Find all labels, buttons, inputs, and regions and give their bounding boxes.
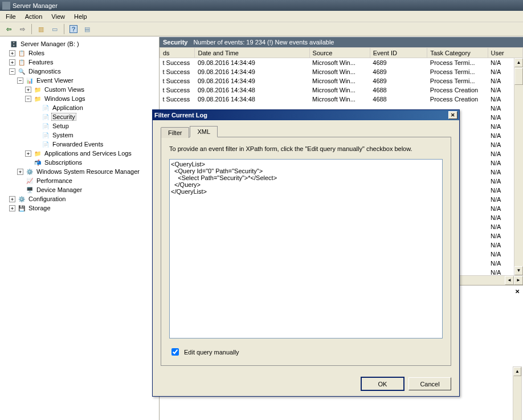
dialog-titlebar[interactable]: Filter Current Log ✕ <box>153 110 459 120</box>
scroll-thumb[interactable] <box>514 68 523 85</box>
devicemgr-icon: 🖥️ <box>25 185 34 194</box>
content-header: Security Number of events: 19 234 (!) Ne… <box>160 37 523 47</box>
menu-file[interactable]: File <box>1 12 21 21</box>
show-hide-button[interactable]: ▥ <box>35 23 47 35</box>
forward-button[interactable]: ⇨ <box>16 23 28 35</box>
tree-security[interactable]: 📄Security <box>1 112 159 121</box>
filter-dialog: Filter Current Log ✕ Filter XML To provi… <box>152 109 460 397</box>
diagnostics-icon: 🔍 <box>17 67 26 76</box>
expand-icon[interactable]: + <box>9 205 15 211</box>
tree-wsrm[interactable]: +⚙️Windows System Resource Manager <box>1 167 159 176</box>
properties-icon: ▭ <box>52 26 58 33</box>
expand-icon[interactable]: + <box>9 50 15 56</box>
log-icon: 📄 <box>41 121 50 131</box>
col-user[interactable]: User <box>488 48 523 58</box>
table-cell: t Success <box>160 58 195 67</box>
table-cell: t Success <box>160 85 195 95</box>
cancel-button[interactable]: Cancel <box>408 377 451 390</box>
table-cell: t Success <box>160 76 195 85</box>
tree-features[interactable]: +📋Features <box>1 58 159 67</box>
menu-action[interactable]: Action <box>21 12 47 21</box>
help-icon: ? <box>70 25 78 33</box>
table-row[interactable]: t Success09.08.2016 14:34:48Microsoft Wi… <box>160 85 523 95</box>
log-icon: 📄 <box>41 140 50 149</box>
collapse-icon[interactable]: − <box>9 68 15 75</box>
tree-eventviewer[interactable]: −📊Event Viewer <box>1 76 159 85</box>
scroll-up-icon[interactable]: ▲ <box>513 367 521 376</box>
folder-icon: 📁 <box>33 149 42 158</box>
tree-appservlogs[interactable]: +📁Applications and Services Logs <box>1 149 159 158</box>
xml-query-textarea[interactable] <box>169 159 443 339</box>
table-cell: 09.08.2016 14:34:48 <box>195 95 309 104</box>
scroll-down-icon[interactable]: ▼ <box>514 266 523 275</box>
expand-icon[interactable]: + <box>9 196 15 202</box>
back-button[interactable]: ⇦ <box>2 23 15 35</box>
tree-diagnostics[interactable]: −🔍Diagnostics <box>1 67 159 76</box>
table-row[interactable]: t Success09.08.2016 14:34:48Microsoft Wi… <box>160 95 523 104</box>
app-title: Server Manager <box>13 2 58 9</box>
table-cell: 09.08.2016 14:34:49 <box>195 76 309 85</box>
list-icon: ▤ <box>84 26 90 33</box>
separator <box>64 24 64 34</box>
tree-devicemgr[interactable]: 🖥️Device Manager <box>1 185 159 194</box>
col-taskcat[interactable]: Task Category <box>427 48 488 58</box>
table-cell: 09.08.2016 14:34:49 <box>195 58 309 67</box>
tree-application[interactable]: 📄Application <box>1 103 159 112</box>
scroll-right-icon[interactable]: ► <box>514 276 523 285</box>
dialog-close-button[interactable]: ✕ <box>448 111 457 119</box>
tree-customviews[interactable]: +📁Custom Views <box>1 85 159 94</box>
arrow-left-icon: ⇦ <box>6 26 11 33</box>
tab-xml[interactable]: XML <box>190 126 218 137</box>
tree-storage[interactable]: +💾Storage <box>1 203 159 213</box>
tree-root[interactable]: 🗄️Server Manager (B: ) <box>1 39 159 48</box>
tree-subscriptions[interactable]: 📬Subscriptions <box>1 158 159 167</box>
properties-button[interactable]: ▭ <box>48 23 61 35</box>
tree-setup[interactable]: 📄Setup <box>1 121 159 131</box>
tree-roles[interactable]: +📋Roles <box>1 48 159 58</box>
scroll-left-icon[interactable]: ◄ <box>505 276 514 285</box>
menu-help[interactable]: Help <box>70 12 92 21</box>
subscriptions-icon: 📬 <box>33 158 42 167</box>
table-row[interactable]: t Success09.08.2016 14:34:49Microsoft Wi… <box>160 76 523 85</box>
tree-windowslogs[interactable]: −📁Windows Logs <box>1 94 159 103</box>
table-row[interactable]: t Success09.08.2016 14:34:49Microsoft Wi… <box>160 58 523 67</box>
tab-filter[interactable]: Filter <box>161 127 189 138</box>
close-icon[interactable]: ✕ <box>515 288 520 295</box>
collapse-icon[interactable]: − <box>25 96 31 102</box>
content-title: Security <box>163 39 187 46</box>
table-cell: Process Creation <box>427 95 488 104</box>
tree-system[interactable]: 📄System <box>1 131 159 140</box>
tree-forwarded[interactable]: 📄Forwarded Events <box>1 140 159 149</box>
storage-icon: 💾 <box>17 203 26 213</box>
navigation-tree: 🗄️Server Manager (B: ) +📋Roles +📋Feature… <box>0 37 160 420</box>
expand-icon[interactable]: + <box>9 59 15 66</box>
expand-icon[interactable]: + <box>17 169 23 175</box>
collapse-icon[interactable]: − <box>17 78 23 84</box>
menu-view[interactable]: View <box>47 12 70 21</box>
table-cell: Microsoft Win... <box>309 67 370 76</box>
detail-scrollbar[interactable]: ▲ ▼ <box>513 366 522 420</box>
table-cell: 09.08.2016 14:34:48 <box>195 85 309 95</box>
expand-icon[interactable]: + <box>25 150 31 157</box>
tree-configuration[interactable]: +⚙️Configuration <box>1 194 159 203</box>
ok-button[interactable]: OK <box>361 377 404 390</box>
log-icon: 📄 <box>41 112 50 121</box>
app-icon <box>2 2 10 10</box>
edit-manually-checkbox[interactable] <box>171 348 179 356</box>
table-cell: Process Termi... <box>427 76 488 85</box>
table-row[interactable]: t Success09.08.2016 14:34:49Microsoft Wi… <box>160 67 523 76</box>
help-button[interactable]: ? <box>67 23 80 35</box>
col-keywords[interactable]: ds <box>160 48 195 58</box>
vertical-scrollbar[interactable]: ▲ ▼ <box>514 58 523 275</box>
arrow-right-icon: ⇨ <box>20 26 25 33</box>
col-eventid[interactable]: Event ID <box>370 48 427 58</box>
scroll-up-icon[interactable]: ▲ <box>514 58 523 67</box>
extra-button[interactable]: ▤ <box>81 23 93 35</box>
roles-icon: 📋 <box>17 48 26 58</box>
expand-icon[interactable]: + <box>25 87 31 93</box>
col-datetime[interactable]: Date and Time <box>195 48 309 58</box>
configuration-icon: ⚙️ <box>17 194 26 203</box>
eventviewer-icon: 📊 <box>25 76 34 85</box>
col-source[interactable]: Source <box>309 48 370 58</box>
tree-performance[interactable]: 📈Performance <box>1 176 159 185</box>
